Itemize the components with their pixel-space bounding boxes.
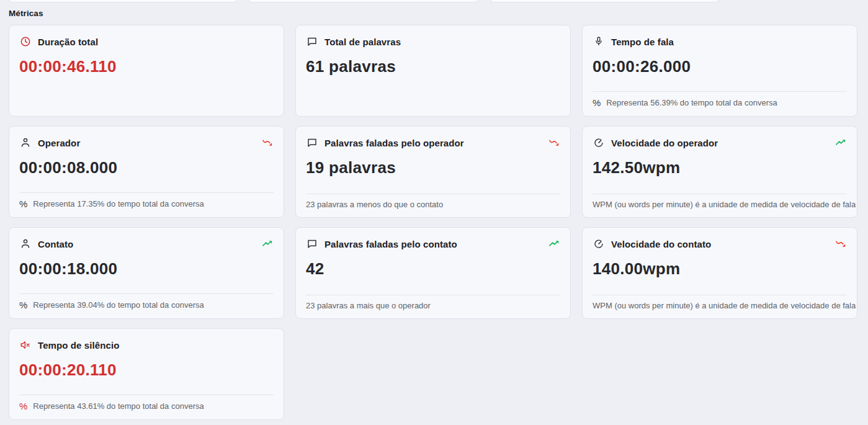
person-icon	[19, 238, 32, 250]
partial-card-strip	[248, 0, 479, 2]
speedometer-icon	[593, 136, 605, 149]
metrics-grid: Duração total 00:00:46.110 Total de pala…	[9, 25, 857, 420]
card-tempo-de-fala: Tempo de fala 00:00:26.000 % Representa …	[582, 25, 857, 117]
percent-icon: %	[19, 300, 27, 310]
metric-value: 19 palavras	[306, 158, 560, 177]
card-footer: 23 palavras a menos do que o contato	[306, 194, 560, 217]
card-header: Palavras faladas pelo operador	[306, 136, 560, 149]
card-title: Contato	[38, 239, 73, 249]
person-icon	[19, 136, 32, 149]
partial-card-strip	[9, 0, 238, 2]
trend-down-icon	[548, 136, 560, 149]
footer-text: WPM (ou words per minute) é a unidade de…	[593, 200, 856, 209]
card-header: Duração total	[19, 35, 274, 48]
footer-text: Representa 39.04% do tempo total da conv…	[33, 300, 204, 310]
card-header: Total de palavras	[306, 35, 560, 48]
card-header: Tempo de fala	[593, 35, 847, 48]
trend-up-icon	[834, 136, 847, 149]
percent-icon: %	[19, 401, 27, 411]
footer-text: Representa 17.35% do tempo total da conv…	[33, 199, 204, 208]
card-duracao-total: Duração total 00:00:46.110	[9, 25, 284, 117]
card-header: Velocidade do contato	[593, 238, 847, 250]
footer-text: Representa 56.39% do tempo total da conv…	[606, 98, 777, 107]
metric-value: 142.50wpm	[593, 158, 847, 177]
card-title: Velocidade do operador	[611, 138, 718, 148]
card-footer: WPM (ou words per minute) é a unidade de…	[593, 194, 847, 217]
chat-bubble-icon	[306, 238, 318, 250]
card-footer: WPM (ou words per minute) é a unidade de…	[593, 295, 847, 318]
card-total-de-palavras: Total de palavras 61 palavras	[295, 25, 571, 117]
microphone-icon	[593, 35, 605, 48]
footer-text: 23 palavras a menos do que o contato	[306, 200, 443, 209]
card-title: Palavras faladas pelo operador	[324, 138, 464, 148]
speedometer-icon	[593, 238, 605, 250]
card-title: Tempo de silêncio	[38, 340, 119, 351]
metric-value: 140.00wpm	[593, 259, 847, 279]
metric-value: 00:00:08.000	[19, 158, 274, 177]
card-footer: % Representa 39.04% do tempo total da co…	[19, 293, 274, 318]
metrics-section-title: Métricas	[9, 9, 43, 18]
card-footer: % Representa 56.39% do tempo total da co…	[593, 91, 847, 116]
card-title: Palavras faladas pelo contato	[324, 239, 457, 249]
card-velocidade-contato: Velocidade do contato 140.00wpm WPM (ou …	[582, 227, 857, 319]
chat-bubble-icon	[306, 35, 318, 48]
clock-icon	[19, 35, 32, 48]
metric-value: 00:00:26.000	[593, 57, 847, 76]
card-footer: 23 palavras a mais que o operador	[306, 295, 560, 318]
card-header: Operador	[19, 136, 274, 149]
chat-bubble-icon	[306, 136, 318, 149]
card-operador: Operador 00:00:08.000 % Representa 17.35…	[9, 126, 284, 218]
card-footer: % Representa 17.35% do tempo total da co…	[19, 192, 274, 217]
percent-icon: %	[19, 199, 27, 209]
footer-text: Representa 43.61% do tempo total da conv…	[33, 401, 204, 411]
card-velocidade-operador: Velocidade do operador 142.50wpm WPM (ou…	[582, 126, 857, 218]
card-title: Tempo de fala	[611, 37, 674, 47]
metric-value: 61 palavras	[306, 57, 560, 76]
trend-up-icon	[548, 238, 560, 250]
trend-up-icon	[261, 238, 274, 250]
card-title: Velocidade do contato	[611, 239, 711, 249]
percent-icon: %	[593, 97, 601, 108]
card-header: Velocidade do operador	[593, 136, 847, 149]
partial-card-strip	[490, 0, 719, 2]
trend-down-icon	[834, 238, 847, 250]
footer-text: WPM (ou words per minute) é a unidade de…	[593, 301, 856, 310]
metric-value: 00:00:20.110	[19, 360, 274, 380]
metric-value: 42	[306, 259, 560, 279]
card-contato: Contato 00:00:18.000 % Representa 39.04%…	[9, 227, 284, 319]
card-title: Duração total	[38, 37, 98, 47]
volume-muted-icon	[19, 339, 32, 351]
trend-down-icon	[261, 136, 274, 149]
metric-value: 00:00:46.110	[19, 57, 274, 76]
card-palavras-contato: Palavras faladas pelo contato 42 23 pala…	[295, 227, 571, 319]
card-header: Contato	[19, 238, 274, 250]
card-header: Palavras faladas pelo contato	[306, 238, 560, 250]
card-tempo-de-silencio: Tempo de silêncio 00:00:20.110 % Represe…	[9, 328, 284, 420]
card-footer: % Representa 43.61% do tempo total da co…	[19, 395, 274, 419]
card-title: Operador	[38, 138, 80, 148]
metric-value: 00:00:18.000	[19, 259, 274, 279]
card-palavras-operador: Palavras faladas pelo operador 19 palavr…	[295, 126, 571, 218]
card-title: Total de palavras	[324, 37, 401, 47]
footer-text: 23 palavras a mais que o operador	[306, 301, 431, 310]
card-header: Tempo de silêncio	[19, 339, 274, 351]
